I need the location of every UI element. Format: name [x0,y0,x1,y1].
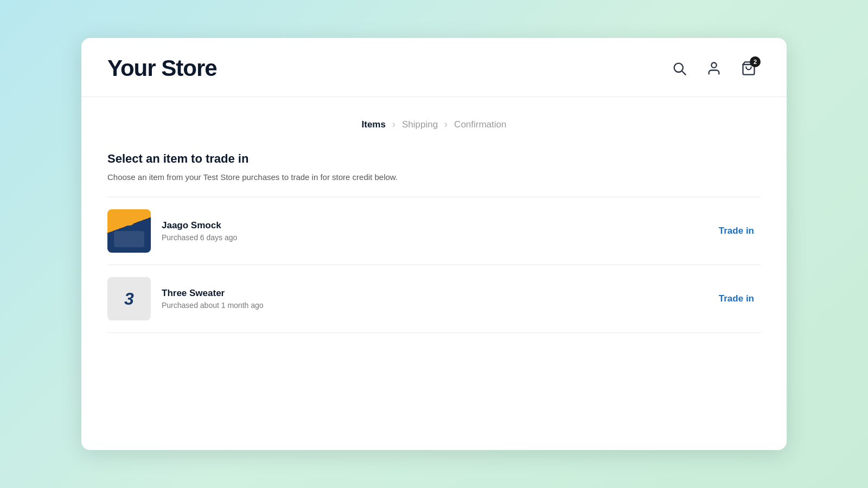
items-list: Jaago Smock Purchased 6 days ago Trade i… [107,197,761,333]
cart-badge: 2 [750,56,761,67]
step-shipping: Shipping [402,119,438,130]
item-name: Jaago Smock [162,220,701,231]
section-title: Select an item to trade in [107,152,761,166]
item-date: Purchased 6 days ago [162,233,701,242]
search-button[interactable] [667,56,691,80]
step-sep-2: › [444,119,448,130]
account-button[interactable] [702,56,726,80]
trade-in-button-jaago[interactable]: Trade in [712,221,761,241]
header: Your Store [81,38,787,97]
header-icons: 2 [667,56,761,80]
trade-in-button-sweater[interactable]: Trade in [712,289,761,309]
main-content: Items › Shipping › Confirmation Select a… [81,97,787,450]
step-confirmation: Confirmation [454,119,506,130]
item-name: Three Sweater [162,288,701,299]
step-items: Items [362,119,386,130]
step-sep-1: › [392,119,395,130]
svg-line-1 [682,71,685,74]
list-item: Three Sweater Purchased about 1 month ag… [107,265,761,333]
search-icon [672,61,687,76]
store-title: Your Store [107,55,217,81]
user-icon [706,61,722,76]
section-description: Choose an item from your Test Store purc… [107,171,761,184]
item-info-sweater: Three Sweater Purchased about 1 month ag… [162,288,701,310]
item-thumbnail-jaago [107,209,151,253]
svg-point-2 [711,63,716,68]
item-info-jaago: Jaago Smock Purchased 6 days ago [162,220,701,242]
store-window: Your Store [81,38,787,450]
cart-button[interactable]: 2 [737,56,761,80]
item-thumbnail-sweater [107,277,151,320]
item-date: Purchased about 1 month ago [162,301,701,310]
list-item: Jaago Smock Purchased 6 days ago Trade i… [107,197,761,265]
stepper: Items › Shipping › Confirmation [107,119,761,130]
